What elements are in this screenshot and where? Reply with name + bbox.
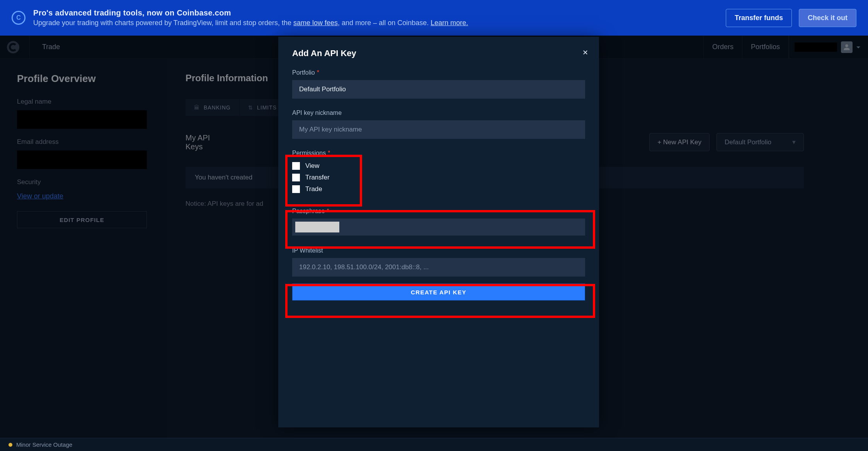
checkbox-icon[interactable] (292, 174, 300, 181)
checkbox-icon[interactable] (292, 162, 300, 170)
permission-view[interactable]: View (292, 162, 585, 170)
nickname-label: API key nickname (292, 109, 585, 116)
portfolio-field[interactable]: Default Portfolio (292, 80, 585, 99)
checkbox-icon[interactable] (292, 185, 300, 193)
modal-close-button[interactable]: ✕ (582, 48, 588, 57)
promo-title: Pro's advanced trading tools, now on Coi… (33, 9, 468, 17)
passphrase-input[interactable] (292, 219, 585, 236)
check-it-out-button[interactable]: Check it out (799, 9, 856, 27)
ip-whitelist-label: IP Whitelist (292, 247, 585, 254)
add-api-key-modal: Add An API Key ✕ Portfolio* Default Port… (278, 37, 599, 427)
status-text: Minor Service Outage (16, 441, 72, 448)
coinbase-circle-icon: C (12, 11, 26, 25)
ip-whitelist-input[interactable] (292, 258, 585, 277)
promo-same-low-fees-link[interactable]: same low fees (293, 19, 338, 27)
create-api-key-button[interactable]: CREATE API KEY (292, 284, 585, 301)
permission-trade[interactable]: Trade (292, 185, 585, 193)
permissions-label: Permissions* (292, 150, 585, 157)
status-footer: Minor Service Outage (0, 438, 868, 451)
permission-transfer[interactable]: Transfer (292, 174, 585, 181)
transfer-funds-button[interactable]: Transfer funds (726, 9, 792, 27)
promo-banner: C Pro's advanced trading tools, now on C… (0, 0, 868, 36)
passphrase-label: Passphrase* (292, 208, 585, 215)
passphrase-redacted (295, 222, 339, 232)
permissions-group: View Transfer Trade (292, 161, 585, 195)
promo-learn-more-link[interactable]: Learn more. (431, 19, 468, 27)
nickname-input[interactable] (292, 120, 585, 139)
portfolio-label: Portfolio* (292, 69, 585, 76)
promo-subtitle: Upgrade your trading with charts powered… (33, 19, 468, 27)
status-dot-icon (9, 443, 12, 447)
modal-title: Add An API Key (292, 48, 585, 58)
